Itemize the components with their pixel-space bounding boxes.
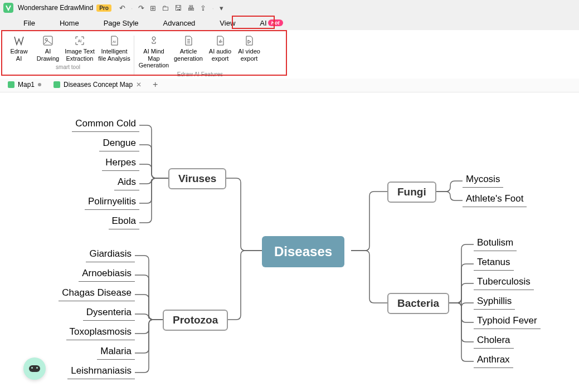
- leaf-node[interactable]: Typhoid Fever: [474, 314, 541, 329]
- ribbon: Edraw AI AI Drawing AI Image Text Extrac…: [0, 30, 579, 79]
- leaf-node[interactable]: Athlete's Foot: [463, 192, 527, 207]
- doc-tab-label: Diseases Concept Map: [64, 81, 133, 89]
- menu-home[interactable]: Home: [47, 17, 91, 30]
- leaf-node[interactable]: Syphillis: [474, 295, 515, 310]
- menu-advanced[interactable]: Advanced: [151, 17, 208, 30]
- svg-point-4: [152, 37, 155, 40]
- image-text-icon: AI: [74, 35, 86, 47]
- ribbon-group-label: smart tool: [56, 64, 80, 70]
- pro-badge: Pro: [96, 4, 111, 12]
- leaf-node[interactable]: Arnoebiasis: [79, 267, 135, 282]
- robot-face-icon: [29, 365, 40, 372]
- leaf-node[interactable]: Dysenteria: [83, 306, 135, 321]
- intelligent-file-analysis-button[interactable]: AI Intelligent file Analysis: [97, 33, 132, 63]
- svg-point-1: [45, 38, 47, 41]
- leaf-node[interactable]: Leishrnaniasis: [67, 364, 135, 379]
- doc-icon: [53, 81, 60, 88]
- open-icon[interactable]: 🗀: [162, 4, 169, 12]
- quick-access-toolbar: ↶ · ↷ ⊞ 🗀 🖫 🖶 ⇪ · ▾: [119, 4, 223, 12]
- leaf-node[interactable]: Anthrax: [474, 353, 513, 368]
- ai-video-export-button[interactable]: AI video export: [235, 33, 264, 70]
- add-tab-button[interactable]: +: [149, 80, 161, 90]
- menu-page-style[interactable]: Page Style: [91, 17, 151, 30]
- undo-icon[interactable]: ↶: [119, 4, 125, 12]
- leaf-node[interactable]: Aids: [114, 175, 139, 190]
- separator: ·: [212, 4, 214, 12]
- menu-ai-label: AI: [260, 19, 266, 27]
- ai-mindmap-button[interactable]: AI Mind Map Generation: [137, 33, 171, 70]
- new-icon[interactable]: ⊞: [150, 4, 156, 12]
- edraw-ai-icon: [13, 35, 25, 47]
- leaf-node[interactable]: Chagas Disease: [59, 286, 135, 301]
- modified-dot-icon: [38, 83, 41, 86]
- article-generation-button[interactable]: Article generation: [171, 33, 206, 70]
- file-analysis-icon: AI: [108, 35, 120, 47]
- leaf-node[interactable]: Cholera: [474, 334, 514, 349]
- document-tab-strip: Map1 Diseases Concept Map ✕ +: [0, 77, 579, 92]
- menu-file[interactable]: File: [11, 17, 47, 30]
- ribbon-group-smart-tool: Edraw AI AI Drawing AI Image Text Extrac…: [4, 33, 132, 77]
- export-icon[interactable]: ⇪: [200, 4, 206, 12]
- menu-ai[interactable]: AI Hot: [247, 17, 295, 30]
- svg-text:AI: AI: [78, 39, 82, 43]
- article-icon: [182, 35, 194, 47]
- doc-tab-label: Map1: [18, 81, 35, 89]
- doc-icon: [8, 81, 14, 88]
- branch-fungi[interactable]: Fungi: [387, 182, 436, 203]
- app-icon: [3, 3, 13, 13]
- leaf-node[interactable]: Giardiasis: [86, 247, 135, 262]
- audio-icon: [214, 35, 226, 47]
- video-icon: [243, 35, 255, 47]
- leaf-node[interactable]: Ebola: [109, 214, 139, 229]
- app-title: Wondershare EdrawMind: [18, 4, 93, 12]
- ribbon-separator: [134, 36, 134, 75]
- menu-view[interactable]: View: [207, 17, 247, 30]
- leaf-node[interactable]: Polirnyelitis: [85, 195, 139, 210]
- svg-text:AI: AI: [113, 40, 116, 43]
- leaf-node[interactable]: Tuberculosis: [474, 275, 534, 290]
- doc-tab-map1[interactable]: Map1: [3, 79, 46, 90]
- ai-drawing-button[interactable]: AI Drawing: [33, 33, 62, 63]
- leaf-node[interactable]: Herpes: [102, 156, 139, 171]
- leaf-node[interactable]: Dengue: [99, 136, 139, 151]
- svg-rect-0: [43, 36, 52, 45]
- branch-bacteria[interactable]: Bacteria: [387, 293, 449, 314]
- branch-viruses[interactable]: Viruses: [168, 168, 226, 189]
- menu-bar: File Home Page Style Advanced View AI Ho…: [0, 16, 579, 30]
- leaf-node[interactable]: Mycosis: [463, 173, 503, 188]
- separator: ·: [131, 4, 133, 12]
- ribbon-group-label: Edraw AI Features: [177, 71, 223, 77]
- ribbon-group-ai-features: AI Mind Map Generation Article generatio…: [137, 33, 264, 77]
- redo-icon[interactable]: ↷: [138, 4, 144, 12]
- leaf-node[interactable]: Common Cold: [72, 117, 139, 132]
- canvas[interactable]: Diseases Viruses Protozoa Fungi Bacteria…: [0, 92, 579, 392]
- image-text-extraction-button[interactable]: AI Image Text Extraction: [62, 33, 97, 63]
- leaf-node[interactable]: Tetanus: [474, 256, 514, 271]
- leaf-node[interactable]: Malaria: [97, 345, 135, 360]
- ai-assistant-button[interactable]: [23, 357, 46, 380]
- hot-badge: Hot: [268, 19, 283, 26]
- title-bar: Wondershare EdrawMind Pro ↶ · ↷ ⊞ 🗀 🖫 🖶 …: [0, 0, 579, 16]
- ai-drawing-icon: [42, 35, 54, 47]
- leaf-node[interactable]: Botulism: [474, 236, 517, 251]
- edraw-ai-button[interactable]: Edraw AI: [4, 33, 33, 63]
- mindmap-root[interactable]: Diseases: [262, 236, 344, 267]
- close-icon[interactable]: ✕: [136, 81, 142, 89]
- branch-protozoa[interactable]: Protozoa: [163, 310, 228, 331]
- dropdown-icon[interactable]: ▾: [220, 4, 223, 12]
- doc-tab-diseases[interactable]: Diseases Concept Map ✕: [49, 79, 146, 90]
- print-icon[interactable]: 🖶: [187, 4, 194, 12]
- save-icon[interactable]: 🖫: [174, 4, 182, 12]
- mindmap-icon: [148, 35, 160, 47]
- leaf-node[interactable]: Toxoplasmosis: [66, 325, 135, 340]
- ribbon-wrap: Edraw AI AI Drawing AI Image Text Extrac…: [0, 30, 579, 77]
- ai-audio-export-button[interactable]: AI audio export: [206, 33, 235, 70]
